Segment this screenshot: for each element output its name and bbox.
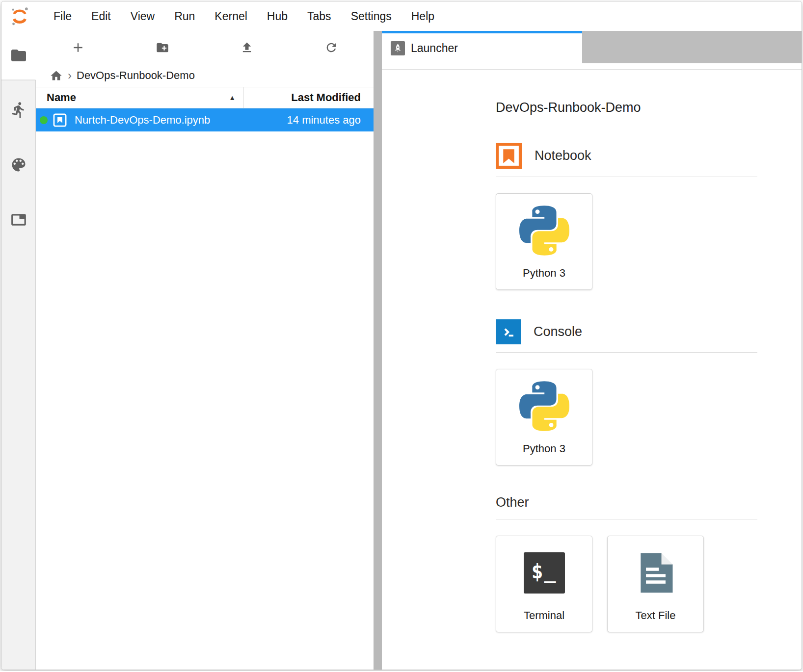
section-label-console: Console — [534, 324, 582, 339]
launcher-section-other: Other $_ Terminal — [496, 495, 757, 632]
card-label: Terminal — [524, 609, 564, 632]
menu-help[interactable]: Help — [402, 5, 444, 28]
launcher-rocket-icon — [391, 41, 405, 55]
notebook-icon — [496, 143, 522, 169]
launcher-panel: DevOps-Runbook-Demo Notebook — [382, 70, 802, 670]
breadcrumb-home[interactable] — [50, 69, 63, 82]
text-file-icon — [633, 550, 678, 595]
file-name: Nurtch-DevOps-Demo.ipynb — [75, 114, 210, 127]
menu-run[interactable]: Run — [164, 5, 205, 28]
launcher-card-terminal[interactable]: $_ Terminal — [496, 536, 592, 632]
card-label: Text File — [636, 609, 676, 632]
refresh-icon — [324, 41, 338, 54]
panel-splitter[interactable] — [374, 31, 382, 670]
section-label-other: Other — [496, 495, 529, 510]
menu-view[interactable]: View — [121, 5, 164, 28]
column-header-name[interactable]: Name ▲ — [36, 87, 243, 108]
file-row-notebook[interactable]: Nurtch-DevOps-Demo.ipynb 14 minutes ago — [36, 108, 374, 131]
sidebar-tabs-group — [1, 80, 35, 229]
launcher-section-notebook: Notebook Python 3 — [496, 143, 757, 290]
launcher-card-console-python3[interactable]: Python 3 — [496, 369, 592, 465]
tab-launcher-label: Launcher — [411, 42, 458, 55]
card-label: Python 3 — [523, 442, 565, 465]
python-logo-icon — [519, 206, 569, 256]
jupyter-logo-icon — [9, 6, 30, 26]
palette-icon — [10, 156, 27, 174]
breadcrumb-current-folder[interactable]: DevOps-Runbook-Demo — [77, 69, 195, 82]
file-browser-panel: › DevOps-Runbook-Demo Name ▲ Last Modifi… — [36, 31, 374, 670]
left-activity-bar — [1, 31, 36, 670]
refresh-button[interactable] — [289, 31, 374, 64]
launcher-cwd-title: DevOps-Runbook-Demo — [496, 100, 757, 115]
dock-panel-top-border — [382, 63, 802, 70]
home-icon — [50, 69, 63, 82]
section-label-notebook: Notebook — [535, 148, 591, 163]
sidebar-tab-running[interactable] — [10, 101, 27, 119]
launcher-card-text-file[interactable]: Text File — [607, 536, 704, 632]
kernel-running-dot — [40, 116, 48, 124]
tabs-icon — [10, 211, 27, 229]
new-folder-button[interactable] — [120, 31, 205, 64]
new-folder-icon — [156, 41, 169, 54]
menu-file[interactable]: File — [44, 5, 81, 28]
tab-launcher[interactable]: Launcher — [382, 31, 582, 63]
jupyterlab-window: File Edit View Run Kernel Hub Tabs Setti… — [1, 1, 802, 670]
file-browser-toolbar — [36, 31, 374, 64]
sidebar-tab-open-tabs[interactable] — [10, 211, 27, 229]
terminal-icon: $_ — [524, 552, 565, 594]
console-icon — [496, 319, 521, 344]
sidebar-tab-files[interactable] — [1, 31, 36, 80]
python-logo-icon — [519, 381, 569, 431]
running-man-icon — [10, 101, 27, 119]
new-launcher-button[interactable] — [36, 31, 120, 64]
breadcrumb-separator: › — [68, 69, 72, 82]
plus-icon — [71, 40, 85, 55]
notebook-file-icon — [52, 112, 68, 129]
file-modified: 14 minutes ago — [243, 114, 374, 127]
launcher-card-notebook-python3[interactable]: Python 3 — [496, 193, 592, 290]
main-dock-panel: Launcher DevOps-Runbook-Demo Noteboo — [382, 31, 802, 670]
sidebar-tab-palette[interactable] — [10, 156, 27, 174]
upload-icon — [240, 41, 254, 54]
file-list-header: Name ▲ Last Modified — [36, 87, 374, 108]
column-header-modified[interactable]: Last Modified — [243, 87, 374, 108]
name-column-label: Name — [47, 91, 76, 104]
menu-kernel[interactable]: Kernel — [205, 5, 257, 28]
menu-settings[interactable]: Settings — [341, 5, 402, 28]
menu-edit[interactable]: Edit — [81, 5, 121, 28]
menu-tabs[interactable]: Tabs — [297, 5, 341, 28]
breadcrumb: › DevOps-Runbook-Demo — [36, 64, 374, 87]
dock-tab-bar: Launcher — [382, 31, 802, 63]
terminal-glyph: $_ — [531, 560, 557, 586]
menu-hub[interactable]: Hub — [257, 5, 297, 28]
folder-icon — [10, 47, 27, 64]
upload-button[interactable] — [205, 31, 289, 64]
menu-bar: File Edit View Run Kernel Hub Tabs Setti… — [1, 1, 802, 31]
launcher-section-console: Console Python 3 — [496, 319, 757, 465]
sort-ascending-icon: ▲ — [229, 94, 236, 102]
card-label: Python 3 — [523, 267, 565, 289]
